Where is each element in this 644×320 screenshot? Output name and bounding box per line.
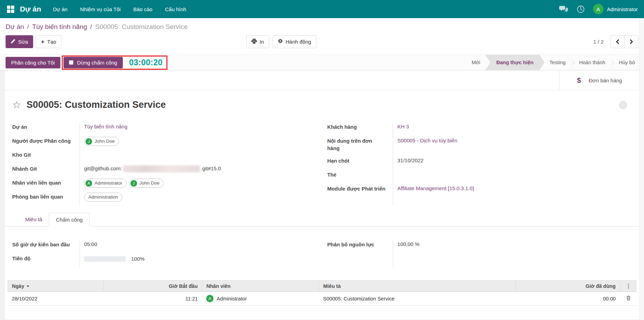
tag-name: John Doe — [140, 180, 160, 187]
statusbar: Phân công cho Tôi Dừng chấm công 03:00:2… — [0, 54, 644, 70]
field-value: JJohn Doe — [80, 137, 317, 146]
plus-icon: + — [41, 39, 44, 45]
kanban-state-indicator[interactable] — [619, 101, 627, 109]
tab-1[interactable]: Chấm công — [49, 213, 90, 226]
field-label: Kho Git — [12, 151, 80, 159]
create-button[interactable]: + Tạo — [36, 35, 61, 48]
field-value: 31/10/2022 — [393, 157, 632, 165]
breadcrumb-link-parent[interactable]: Tùy biến tính năng — [32, 23, 87, 30]
progress-value: 100% — [80, 254, 317, 263]
table-header-4[interactable]: Giờ đã dùng — [515, 281, 620, 292]
field-value: Administration — [80, 193, 317, 202]
stage-item-3[interactable]: Hoàn thành — [574, 55, 610, 70]
delete-row-button[interactable] — [626, 296, 631, 300]
menu-item-2[interactable]: Báo cáo — [127, 0, 159, 18]
edit-button[interactable]: Sửa — [6, 35, 33, 48]
tag-name: Administration — [88, 194, 118, 201]
allocation-field: Phân bổ nguồn lực 100,00 % — [327, 240, 632, 250]
field-label: Nhánh Git — [12, 165, 80, 173]
progress-bar — [84, 256, 126, 262]
field-row: Khách hàngKH 3 — [327, 123, 632, 133]
breadcrumb-link-project[interactable]: Dự án — [6, 23, 24, 30]
cell-employee[interactable]: AAdministrator — [202, 292, 319, 306]
assign-to-me-button[interactable]: Phân công cho Tôi — [6, 57, 60, 68]
menu-item-1[interactable]: Nhiệm vụ của Tôi — [74, 0, 127, 18]
table-header-2[interactable]: Nhân viên — [202, 281, 319, 292]
field-value: KH 3 — [393, 123, 632, 131]
favorite-star-icon[interactable]: ☆ — [12, 100, 21, 110]
field-link-value[interactable]: S00005 - Dịch vụ tùy biến — [397, 137, 457, 143]
scrollbar[interactable] — [639, 18, 644, 320]
cell-description[interactable]: S00005: Customization Service — [319, 292, 515, 306]
table-header-3[interactable]: Miêu tả — [319, 281, 515, 292]
title-row: ☆ S00005: Customization Service — [5, 90, 639, 110]
cell-duration[interactable]: 00:00 — [515, 292, 620, 306]
menu-item-3[interactable]: Cấu hình — [159, 0, 193, 18]
print-button[interactable]: In — [246, 35, 269, 48]
create-button-label: Tạo — [47, 39, 56, 45]
stop-timer-label: Dừng chấm công — [77, 60, 117, 66]
action-button[interactable]: Hành động — [272, 35, 316, 48]
tag: AAdministrator — [84, 179, 127, 188]
field-row: Phòng ban liên quanAdministration — [12, 193, 317, 202]
stage-item-0[interactable]: Mới — [467, 55, 485, 70]
table-header-0[interactable]: Ngày — [7, 281, 103, 292]
progress-field: Tiến độ 100% — [12, 254, 317, 264]
field-label: Khách hàng — [327, 123, 393, 131]
field-row: Dự ánTùy biến tính năng — [12, 123, 317, 133]
pager-next-button[interactable] — [624, 35, 638, 48]
sort-descending-icon — [27, 285, 29, 287]
form-view: $ Đơn bán hàng ☆ S00005: Customization S… — [0, 70, 644, 320]
field-link-value[interactable]: KH 3 — [397, 124, 409, 129]
stage-item-2[interactable]: Testing — [545, 55, 570, 70]
field-row: Hạn chót31/10/2022 — [327, 157, 632, 166]
tag-avatar: A — [85, 180, 92, 187]
field-label: Phòng ban liên quan — [12, 193, 80, 201]
field-group: Dự ánTùy biến tính năngNgười được Phân c… — [5, 123, 639, 207]
timesheet-table: NgàyGiờ Bắt đầuNhân viênMiêu tảGiờ đã dù… — [7, 280, 637, 306]
sale-order-smart-button[interactable]: $ Đơn bán hàng — [559, 70, 639, 90]
table-row: 28/10/202211:21AAdministratorS00005: Cus… — [7, 292, 637, 306]
tab-0[interactable]: Miêu tả — [18, 213, 49, 226]
planned-hours-value: 05:00 — [80, 240, 317, 248]
field-link-value[interactable]: Affiliate Management [15.0.3.1.0] — [397, 185, 474, 191]
stage-item-1[interactable]: Đang thực hiện — [485, 55, 545, 70]
field-row: Người được Phân côngJJohn Doe — [12, 137, 317, 147]
column-options-button[interactable]: ⋮ — [620, 281, 637, 292]
field-text-value: 31/10/2022 — [397, 157, 424, 163]
sale-order-smart-button-label: Đơn bán hàng — [589, 77, 622, 83]
redacted-value — [123, 165, 200, 172]
field-column-right: Khách hàngKH 3Nội dung trên đơn hàngS000… — [327, 123, 632, 207]
user-menu[interactable]: A Administrator — [593, 4, 638, 14]
stage-item-4[interactable]: Hủy bỏ — [614, 55, 640, 70]
progress-percent: 100% — [131, 255, 144, 263]
timesheet-column-left: Số giờ dự kiến ban đầu 05:00 Tiến độ 100… — [12, 240, 317, 268]
menu-item-0[interactable]: Dự án — [47, 0, 74, 18]
field-row: Thẻ — [327, 171, 632, 180]
breadcrumb-separator: / — [90, 23, 92, 30]
button-box: $ Đơn bán hàng — [5, 70, 639, 90]
stop-timer-button[interactable]: Dừng chấm công — [63, 57, 123, 68]
app-name[interactable]: Dự án — [20, 5, 41, 13]
top-menu: Dự ánNhiệm vụ của TôiBáo cáoCấu hình — [47, 0, 193, 18]
field-label: Dự án — [12, 123, 80, 131]
table-header-1[interactable]: Giờ Bắt đầu — [103, 281, 202, 292]
activity-clock-icon[interactable] — [577, 5, 585, 13]
tag: JJohn Doe — [84, 137, 119, 146]
field-row: Kho Git — [12, 151, 317, 161]
field-link-value[interactable]: Tùy biến tính năng — [84, 124, 127, 129]
user-name: Administrator — [607, 6, 638, 12]
field-label: Nội dung trên đơn hàng — [327, 137, 393, 152]
stage-separator-icon — [610, 60, 614, 65]
button-group-center: In Hành động — [246, 35, 316, 48]
apps-menu-icon[interactable] — [6, 5, 15, 14]
pager-previous-button[interactable] — [611, 35, 624, 48]
cell-start-time[interactable]: 11:21 — [103, 292, 202, 306]
employee: AAdministrator — [206, 295, 315, 302]
messages-icon[interactable] — [559, 5, 568, 13]
assign-to-me-label: Phân công cho Tôi — [11, 60, 55, 66]
field-label: Phân bổ nguồn lực — [327, 240, 393, 248]
dollar-icon: $ — [577, 76, 581, 84]
cell-date[interactable]: 28/10/2022 — [7, 292, 103, 306]
employee-avatar: A — [206, 295, 214, 302]
